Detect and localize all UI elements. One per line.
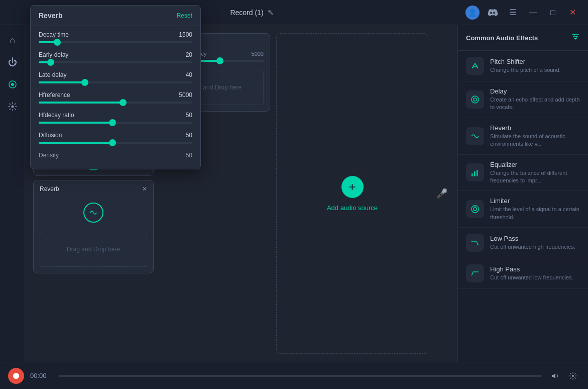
effect-item-pitch-shifter[interactable]: Pitch Shifter Change the pitch of a soun… [458, 51, 588, 81]
reverb-card: Reverb ✕ Drag and Drop here [33, 180, 154, 273]
reverb-popup: Reverb Reset Decay time 1500 Early delay… [30, 5, 201, 169]
equalizer-desc: Change the balance of different frequenc… [490, 169, 580, 185]
reverb-card-title: Reverb [40, 185, 59, 192]
svg-point-9 [574, 34, 575, 36]
maximize-btn[interactable]: □ [546, 6, 560, 20]
param-density-label: Density [39, 152, 59, 159]
sidebar-record-btn[interactable] [4, 75, 22, 93]
bottom-icons [548, 369, 580, 383]
late-delay-slider[interactable] [39, 81, 192, 83]
sidebar-power-btn[interactable]: ⏻ [4, 53, 22, 71]
reverb-desc: Simulate the sound of acoustic environme… [490, 133, 580, 148]
bottom-bar: 00:00 [0, 362, 588, 389]
limiter-info: Limiter Limit the level of a signal to a… [490, 197, 580, 221]
sidebar-settings-btn[interactable] [4, 98, 22, 116]
early-delay-slider[interactable] [39, 61, 192, 63]
reverb-list-icon [466, 127, 484, 145]
low-pass-icon [466, 234, 484, 252]
reverb-drop-label: Drag and Drop here [67, 246, 120, 253]
hfdecay-ratio-slider[interactable] [39, 122, 192, 124]
high-pass-info: High Pass Cut off unwanted low frequenci… [490, 265, 580, 281]
param-diffusion: Diffusion 50 [31, 127, 200, 147]
playback-time: 00:00 [30, 372, 53, 379]
sidebar: ⌂ ⏻ [0, 25, 25, 362]
param-late-delay-value: 40 [186, 71, 192, 78]
add-source-area[interactable]: + Add audio source [327, 176, 378, 212]
record-dot [13, 373, 19, 379]
minimize-btn[interactable]: — [526, 6, 540, 20]
low-pass-name: Low Pass [490, 235, 580, 242]
svg-point-13 [472, 96, 479, 103]
low-pass-info: Low Pass Cut off unwanted high frequenci… [490, 235, 580, 251]
record-button[interactable] [8, 368, 24, 384]
param-density: Density 50 [31, 147, 200, 165]
effect-item-equalizer[interactable]: Equalizer Change the balance of differen… [458, 155, 588, 191]
svg-point-23 [572, 375, 574, 377]
diffusion-slider[interactable] [39, 142, 192, 144]
title-bar-center: Record (1) ✎ [230, 9, 273, 17]
param-early-delay: Early delay 20 [31, 46, 200, 66]
reverb-info: Reverb Simulate the sound of acoustic en… [490, 124, 580, 148]
effect-item-delay[interactable]: Delay Create an echo effect and add dept… [458, 81, 588, 118]
discord-icon[interactable] [486, 6, 500, 20]
avatar[interactable]: 👤 [465, 6, 480, 20]
svg-rect-16 [474, 171, 476, 176]
effect-item-high-pass[interactable]: High Pass Cut off unwanted low frequenci… [458, 258, 588, 289]
svg-rect-15 [472, 173, 473, 176]
svg-point-1 [11, 83, 14, 86]
equalizer-name: Equalizer [490, 161, 580, 168]
param-hfdecay-ratio-value: 50 [186, 112, 192, 119]
delay-name: Delay [490, 87, 580, 95]
reverb-name: Reverb [490, 124, 580, 132]
high-pass-desc: Cut off unwanted low frequencies. [490, 274, 580, 281]
reverb-popup-header: Reverb Reset [31, 6, 200, 26]
bottom-progress-bar[interactable] [59, 375, 542, 377]
limiter-desc: Limit the level of a signal to a certain… [490, 206, 580, 221]
reverb-drop-zone[interactable]: Drag and Drop here [40, 232, 147, 267]
equalizer-icon [466, 163, 484, 181]
high-pass-name: High Pass [490, 265, 580, 273]
delay-info: Delay Create an echo effect and add dept… [490, 87, 580, 112]
close-btn[interactable]: ✕ [566, 6, 580, 20]
reverb-popup-title: Reverb [39, 12, 62, 20]
hamburger-menu-btn[interactable]: ☰ [506, 6, 520, 20]
decay-time-slider[interactable] [39, 41, 192, 43]
param-hfdecay-ratio-label: Hfdecay ratio [39, 112, 74, 119]
sidebar-home-btn[interactable]: ⌂ [4, 31, 22, 49]
record-title: Record (1) [230, 9, 263, 17]
settings-btn[interactable] [566, 369, 580, 383]
high-pass-icon [466, 264, 484, 282]
effect-item-limiter[interactable]: Limiter Limit the level of a signal to a… [458, 191, 588, 228]
effect-item-low-pass[interactable]: Low Pass Cut off unwanted high frequenci… [458, 228, 588, 258]
param-hfreference-label: Hfreference [39, 91, 70, 99]
main-drop-zone[interactable]: + Add audio source [276, 33, 428, 354]
edit-icon[interactable]: ✎ [268, 9, 274, 17]
svg-rect-17 [477, 170, 478, 176]
param-early-delay-label: Early delay [39, 51, 68, 58]
limiter-list-icon [466, 200, 484, 218]
limiter-name: Limiter [490, 197, 580, 205]
reverb-card-header: Reverb ✕ [34, 180, 153, 198]
filter-btn[interactable] [571, 32, 580, 43]
reverb-reset-btn[interactable]: Reset [177, 12, 192, 19]
param-decay-time: Decay time 1500 [31, 26, 200, 46]
svg-point-11 [575, 38, 576, 40]
param-early-delay-value: 20 [186, 51, 192, 58]
param-diffusion-value: 50 [186, 132, 192, 139]
pitch-shifter-desc: Change the pitch of a sound. [490, 66, 580, 74]
mic-side-btn[interactable]: 🎤 [434, 33, 449, 354]
pitch-shifter-info: Pitch Shifter Change the pitch of a soun… [490, 58, 580, 74]
volume-btn[interactable] [548, 369, 562, 383]
param-hfreference: Hfreference 5000 [31, 86, 200, 107]
hp-value: 5000 [252, 51, 264, 57]
pitch-shifter-icon [466, 57, 484, 75]
low-pass-desc: Cut off unwanted high frequencies. [490, 243, 580, 251]
delay-icon [466, 90, 484, 109]
right-panel: Common Audio Effects [457, 25, 588, 362]
hfreference-slider[interactable] [39, 102, 192, 104]
add-source-icon[interactable]: + [341, 176, 364, 198]
right-panel-title: Common Audio Effects [466, 34, 538, 42]
effect-item-reverb[interactable]: Reverb Simulate the sound of acoustic en… [458, 118, 588, 155]
reverb-card-close-btn[interactable]: ✕ [142, 185, 147, 192]
effect-list: Pitch Shifter Change the pitch of a soun… [458, 51, 588, 362]
